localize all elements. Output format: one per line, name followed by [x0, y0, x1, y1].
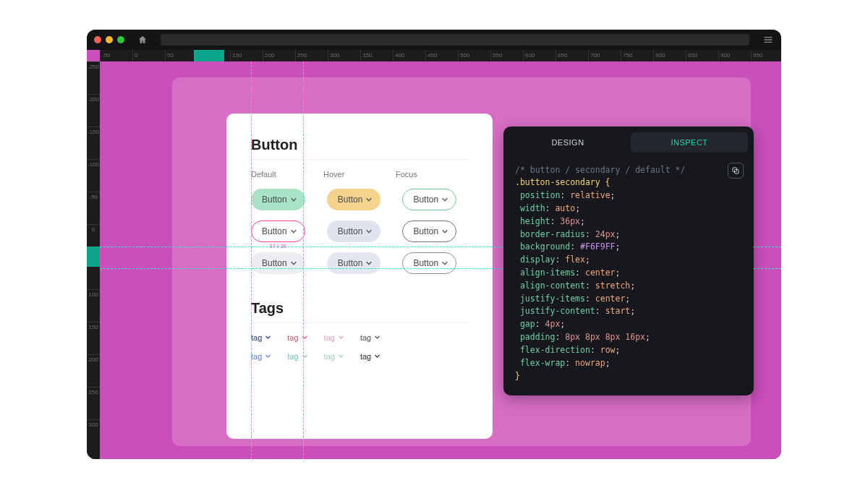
- titlebar: [87, 30, 781, 50]
- code-rule: position: relative;: [515, 189, 742, 202]
- workspace: -500501001502002503003504004505005506006…: [87, 50, 781, 459]
- ruler-tick: 150: [87, 322, 100, 354]
- ruler-tick: 0: [132, 50, 165, 61]
- code-rule: flex-wrap: nowrap;: [515, 357, 742, 370]
- tag-chip[interactable]: tag: [360, 333, 380, 342]
- code-rule: display: flex;: [515, 254, 742, 267]
- ruler-tick: -50: [100, 50, 132, 61]
- tag-chip[interactable]: tag: [251, 352, 271, 361]
- ruler-tick: 750: [621, 50, 653, 61]
- ruler-tick: 650: [556, 50, 588, 61]
- code-rule: border-radius: 24px;: [515, 228, 742, 241]
- ruler-tick: 700: [588, 50, 621, 61]
- button-tertiary-hover[interactable]: Button: [327, 252, 381, 274]
- code-selector: .button-secondary {: [515, 176, 742, 189]
- code-rule: align-content: stretch;: [515, 280, 742, 293]
- code-rule: justify-content: start;: [515, 305, 742, 318]
- copy-button[interactable]: [728, 163, 744, 179]
- code-close-brace: }: [515, 370, 742, 383]
- tag-chip[interactable]: tag: [324, 352, 344, 361]
- tag-chip[interactable]: tag: [324, 333, 344, 342]
- code-rule: justify-items: center;: [515, 293, 742, 306]
- window-close-icon[interactable]: [94, 36, 101, 43]
- tab-inspect[interactable]: INSPECT: [631, 132, 748, 153]
- inspect-panel: DESIGN INSPECT /* button / secondary / d…: [503, 127, 754, 396]
- code-block: /* button / secondary / default */ .butt…: [503, 158, 754, 396]
- button-secondary-default-selected[interactable]: Button 87 x 36: [251, 221, 305, 242]
- tab-design[interactable]: DESIGN: [509, 132, 626, 153]
- column-headers: Default Hover Focus: [251, 170, 468, 179]
- ruler-tick: -100: [87, 159, 100, 192]
- code-comment: /* button / secondary / default */: [515, 164, 742, 177]
- ruler-h-selection-marker: [194, 50, 224, 61]
- ruler-tick: 350: [360, 50, 393, 61]
- ruler-v-selection-marker: [87, 247, 100, 267]
- design-card[interactable]: Button Default Hover Focus Button Button…: [226, 114, 493, 439]
- tag-chip[interactable]: tag: [287, 333, 307, 342]
- traffic-lights: [94, 36, 124, 43]
- ruler-tick: -50: [87, 192, 100, 224]
- ruler-tick: 950: [751, 50, 781, 61]
- col-focus: Focus: [396, 170, 468, 179]
- ruler-tick: 850: [686, 50, 718, 61]
- menu-icon[interactable]: [762, 34, 774, 46]
- col-hover: Hover: [323, 170, 396, 179]
- ruler-tick: -150: [87, 127, 100, 159]
- window-minimize-icon[interactable]: [106, 36, 113, 43]
- ruler-tick: 450: [425, 50, 458, 61]
- button-tertiary-default[interactable]: Button: [251, 252, 305, 274]
- ruler-tick: 800: [653, 50, 686, 61]
- button-primary-default[interactable]: Button: [251, 189, 305, 210]
- tag-chip[interactable]: tag: [287, 352, 307, 361]
- section-heading-tags: Tags: [251, 300, 468, 323]
- button-tertiary-focus[interactable]: Button: [402, 252, 456, 274]
- ruler-tick: -250: [87, 61, 100, 94]
- ruler-tick: 550: [490, 50, 523, 61]
- code-rule: padding: 8px 8px 8px 16px;: [515, 331, 742, 344]
- code-rule: align-items: center;: [515, 267, 742, 280]
- ruler-tick: 250: [295, 50, 328, 61]
- panel-tabs: DESIGN INSPECT: [503, 127, 754, 158]
- ruler-tick: 600: [523, 50, 556, 61]
- ruler-tick: 150: [230, 50, 263, 61]
- code-rule: width: auto;: [515, 202, 742, 215]
- ruler-tick: 200: [263, 50, 295, 61]
- ruler-tick: 500: [458, 50, 490, 61]
- ruler-tick: 50: [165, 50, 197, 61]
- home-icon[interactable]: [137, 35, 148, 45]
- ruler-tick: 250: [87, 387, 100, 419]
- tag-chip[interactable]: tag: [251, 333, 271, 342]
- code-rule: height: 36px;: [515, 215, 742, 228]
- ruler-tick: 100: [87, 289, 100, 322]
- ruler-tick: 900: [718, 50, 751, 61]
- ruler-tick: 200: [87, 354, 100, 387]
- button-secondary-focus[interactable]: Button: [402, 221, 456, 242]
- button-secondary-hover[interactable]: Button: [327, 221, 381, 242]
- code-rule: gap: 4px;: [515, 318, 742, 331]
- code-rule: background: #F6F9FF;: [515, 241, 742, 254]
- ruler-tick: 400: [393, 50, 425, 61]
- selection-dimensions: 87 x 36: [270, 244, 286, 249]
- section-heading-button: Button: [251, 137, 468, 160]
- tag-chip[interactable]: tag: [360, 352, 380, 361]
- ruler-tick: 300: [328, 50, 360, 61]
- button-primary-focus[interactable]: Button: [402, 189, 456, 210]
- button-primary-hover[interactable]: Button: [327, 189, 381, 210]
- app-window: -500501001502002503003504004505005506006…: [87, 30, 781, 459]
- ruler-tick: 300: [87, 419, 100, 452]
- code-rule: flex-direction: row;: [515, 344, 742, 357]
- address-bar[interactable]: [161, 34, 749, 46]
- window-maximize-icon[interactable]: [117, 36, 124, 43]
- canvas[interactable]: Button Default Hover Focus Button Button…: [100, 61, 781, 459]
- ruler-tick: -200: [87, 94, 100, 127]
- col-default: Default: [251, 170, 323, 179]
